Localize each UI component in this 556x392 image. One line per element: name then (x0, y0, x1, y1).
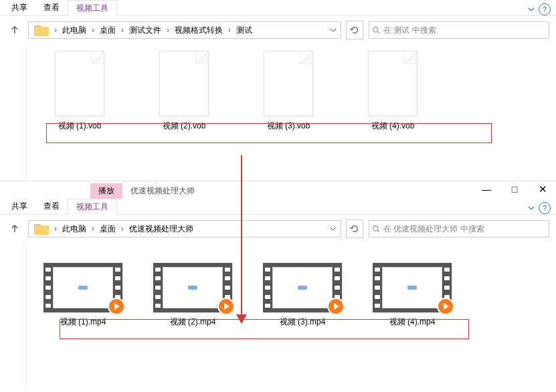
ribbon-tabs: 共享 查看 视频工具 ? (0, 0, 556, 16)
file-item[interactable]: 视频 (1).vob (46, 51, 113, 132)
maximize-button[interactable]: □ (505, 183, 524, 196)
file-item[interactable]: 视频 (2).mp4 (149, 263, 236, 328)
chevron-right-icon[interactable]: › (120, 224, 125, 233)
up-button[interactable] (7, 22, 23, 38)
folder-icon (30, 221, 53, 237)
crumb-video-convert[interactable]: 视频格式转换 (171, 22, 227, 38)
ribbon-collapse-icon[interactable] (528, 6, 535, 13)
file-item[interactable]: 视频 (4).mp4 (369, 263, 456, 328)
file-item[interactable]: 视频 (1).mp4 (39, 263, 126, 328)
app-title: 优速视频处理大师 (122, 183, 203, 199)
mp4-file-icon (43, 263, 122, 312)
help-icon[interactable]: ? (539, 3, 551, 15)
chevron-right-icon[interactable]: › (227, 25, 232, 35)
tab-share[interactable]: 共享 (3, 199, 35, 214)
crumb-test-files[interactable]: 测试文件 (125, 22, 165, 38)
file-name: 视频 (2).vob (163, 120, 206, 132)
nav-pane-strip (0, 243, 26, 389)
chevron-right-icon[interactable]: › (90, 224, 96, 233)
file-item[interactable]: 视频 (4).vob (359, 51, 426, 132)
tab-view[interactable]: 查看 (35, 199, 68, 214)
file-name: 视频 (1).vob (58, 120, 102, 132)
file-item[interactable]: 视频 (3).vob (255, 51, 322, 132)
search-icon (372, 225, 381, 233)
play-badge-icon (437, 298, 454, 315)
crumb-this-pc[interactable]: 此电脑 (58, 221, 90, 237)
svg-point-1 (373, 225, 378, 230)
address-bar-row: › 此电脑 › 桌面 › 测试文件 › 视频格式转换 › 测试 在 测试 中搜索 (0, 16, 556, 44)
close-button[interactable]: ✕ (533, 183, 552, 196)
search-icon (372, 26, 381, 35)
context-tab-play[interactable]: 播放 (90, 183, 122, 199)
window-controls: — □ ✕ (477, 183, 552, 196)
context-header: 播放 优速视频处理大师 (0, 181, 556, 199)
tab-video-tools[interactable]: 视频工具 (68, 0, 117, 16)
nav-pane-strip (0, 44, 26, 183)
vob-file-icon (264, 51, 313, 116)
play-badge-icon (217, 298, 235, 315)
address-bar-row: › 此电脑 › 桌面 › 优速视频处理大师 在 优速视频处理大师 中搜索 (0, 215, 556, 243)
refresh-button[interactable] (346, 21, 363, 39)
vob-file-icon (55, 51, 104, 116)
tab-video-tools[interactable]: 视频工具 (68, 199, 117, 215)
chevron-right-icon[interactable]: › (53, 25, 58, 35)
chevron-right-icon[interactable]: › (120, 25, 125, 35)
search-input[interactable]: 在 测试 中搜索 (369, 21, 549, 39)
refresh-button[interactable] (346, 219, 363, 238)
chevron-right-icon[interactable]: › (90, 25, 96, 35)
crumb-desktop[interactable]: 桌面 (96, 22, 120, 38)
explorer-window-result: — □ ✕ 播放 优速视频处理大师 共享 查看 视频工具 ? › 此电脑 › 桌… (0, 181, 556, 389)
explorer-window-source: 共享 查看 视频工具 ? › 此电脑 › 桌面 › 测试文件 › 视频格式转换 … (0, 0, 556, 181)
minimize-button[interactable]: — (477, 183, 496, 196)
crumb-app-folder[interactable]: 优速视频处理大师 (125, 221, 197, 237)
mp4-file-icon (263, 263, 342, 312)
search-input[interactable]: 在 优速视频处理大师 中搜索 (369, 220, 549, 237)
ribbon-collapse-icon[interactable] (528, 205, 535, 211)
tab-view[interactable]: 查看 (35, 0, 68, 15)
file-item[interactable]: 视频 (3).mp4 (259, 263, 346, 328)
file-name: 视频 (4).mp4 (389, 316, 436, 328)
svg-point-0 (373, 27, 378, 31)
up-button[interactable] (7, 221, 23, 237)
file-grid[interactable]: 视频 (1).mp4 视频 (2).mp4 (26, 243, 556, 389)
file-name: 视频 (1).mp4 (60, 316, 106, 328)
file-name: 视频 (3).mp4 (280, 316, 326, 328)
search-placeholder: 在 测试 中搜索 (383, 25, 436, 36)
crumb-this-pc[interactable]: 此电脑 (58, 22, 90, 38)
chevron-right-icon[interactable]: › (165, 25, 171, 35)
mp4-file-icon (373, 263, 452, 312)
chevron-right-icon[interactable]: › (53, 224, 58, 233)
location-dropdown-icon[interactable] (327, 225, 339, 232)
file-name: 视频 (3).vob (267, 120, 310, 132)
help-icon[interactable]: ? (539, 202, 551, 214)
crumb-test[interactable]: 测试 (232, 22, 256, 38)
play-badge-icon (327, 298, 345, 315)
search-placeholder: 在 优速视频处理大师 中搜索 (383, 223, 484, 235)
location-bar[interactable]: › 此电脑 › 桌面 › 测试文件 › 视频格式转换 › 测试 (28, 21, 341, 39)
location-bar[interactable]: › 此电脑 › 桌面 › 优速视频处理大师 (28, 220, 341, 237)
location-dropdown-icon[interactable] (327, 27, 339, 33)
file-name: 视频 (4).vob (371, 120, 415, 132)
ribbon-tabs: 共享 查看 视频工具 ? (0, 199, 556, 215)
file-name: 视频 (2).mp4 (170, 316, 216, 328)
file-item[interactable]: 视频 (2).vob (151, 51, 217, 132)
tab-share[interactable]: 共享 (3, 0, 35, 15)
play-badge-icon (108, 298, 125, 315)
crumb-desktop[interactable]: 桌面 (96, 221, 120, 237)
vob-file-icon (159, 51, 209, 116)
file-grid[interactable]: 视频 (1).vob 视频 (2).vob 视频 (3).vob 视频 (4).… (26, 44, 556, 183)
mp4-file-icon (153, 263, 232, 312)
folder-icon (30, 22, 53, 38)
vob-file-icon (368, 51, 418, 116)
